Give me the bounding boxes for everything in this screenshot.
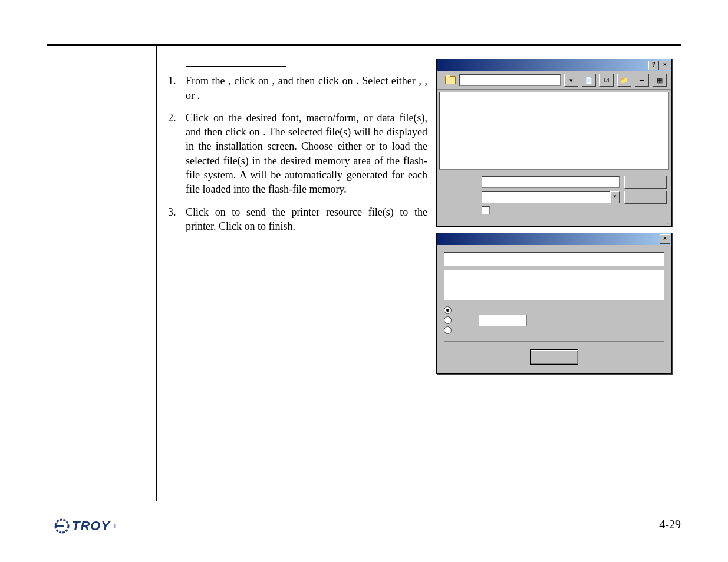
radio-option-3[interactable] bbox=[444, 326, 452, 334]
cancel-button[interactable] bbox=[624, 191, 667, 204]
radio-option-1[interactable] bbox=[444, 306, 452, 314]
top-rule bbox=[47, 44, 681, 46]
step-3: 3. Click on to send the printer resource… bbox=[168, 205, 427, 234]
dropdown-icon[interactable]: ▾ bbox=[564, 74, 578, 87]
brand-logo: TROY® bbox=[54, 518, 116, 534]
registered-icon: ® bbox=[113, 524, 116, 529]
detail-view-icon[interactable]: ▦ bbox=[653, 74, 667, 87]
heading-underline bbox=[186, 66, 286, 67]
dlg2-ok-button[interactable] bbox=[530, 349, 578, 365]
instruction-text: 1. From the , click on , and then click … bbox=[168, 56, 427, 242]
desktop-icon[interactable]: ☑ bbox=[599, 74, 614, 87]
secondary-dialog: × bbox=[436, 233, 672, 374]
dlg2-value-input[interactable] bbox=[479, 315, 527, 326]
svg-rect-1 bbox=[55, 525, 64, 527]
open-dialog: ? × ▾ 📄 ☑ 📁 ☰ ▦ bbox=[436, 59, 672, 227]
help-icon[interactable]: ? bbox=[648, 61, 659, 70]
open-button[interactable] bbox=[624, 176, 667, 189]
open-titlebar[interactable]: ? × bbox=[437, 59, 671, 71]
close-icon[interactable]: × bbox=[660, 234, 670, 244]
resize-grip[interactable]: ⋰ bbox=[437, 222, 671, 226]
list-view-icon[interactable]: ☰ bbox=[635, 74, 649, 87]
page-number: 4-29 bbox=[659, 518, 681, 531]
readonly-checkbox[interactable] bbox=[482, 206, 490, 214]
step-2: 2. Click on the desired font, macro/form… bbox=[168, 111, 427, 197]
newfolder-icon[interactable]: 📁 bbox=[617, 74, 631, 87]
logo-icon bbox=[54, 518, 70, 534]
chevron-down-icon[interactable]: ▼ bbox=[610, 191, 620, 203]
up-folder-icon[interactable]: 📄 bbox=[582, 74, 596, 87]
separator bbox=[444, 341, 664, 342]
filename-input[interactable] bbox=[482, 176, 620, 188]
radio-option-2[interactable] bbox=[444, 316, 452, 324]
dlg2-listbox[interactable] bbox=[444, 270, 664, 300]
logo-text: TROY bbox=[72, 518, 110, 534]
file-list[interactable] bbox=[439, 92, 669, 170]
step-1: 1. From the , click on , and then click … bbox=[168, 74, 427, 103]
lookin-select[interactable] bbox=[459, 74, 561, 86]
dlg2-input[interactable] bbox=[444, 252, 664, 266]
folder-icon bbox=[445, 76, 456, 84]
left-rule bbox=[156, 44, 157, 501]
dlg2-titlebar[interactable]: × bbox=[437, 233, 671, 245]
filetype-select[interactable] bbox=[482, 191, 611, 203]
close-icon[interactable]: × bbox=[660, 61, 670, 70]
